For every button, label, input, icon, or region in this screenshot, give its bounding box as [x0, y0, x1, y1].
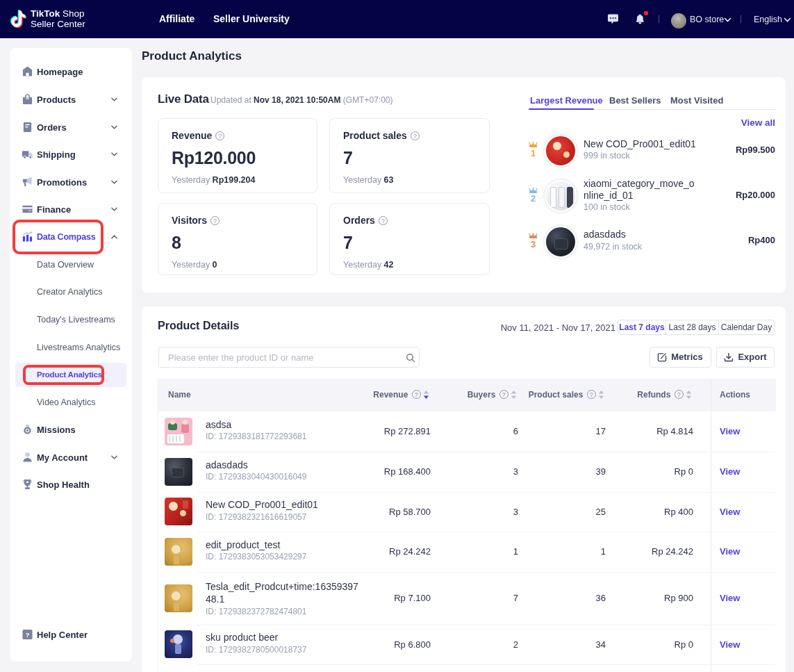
svg-text:?: ?	[25, 631, 29, 639]
